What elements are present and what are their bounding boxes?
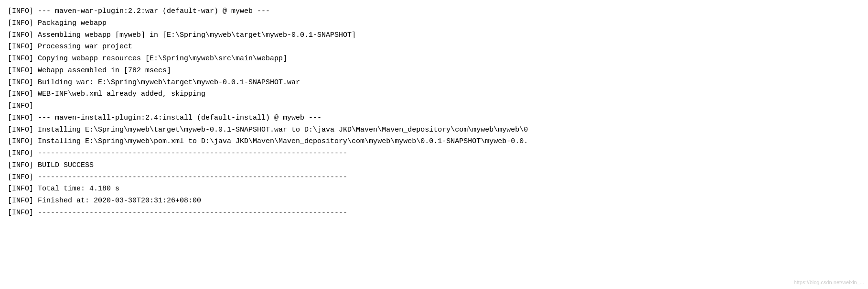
- console-line: [INFO] Processing war project: [8, 41, 860, 53]
- console-line: [INFO] ---------------------------------…: [8, 207, 860, 219]
- console-line: [INFO] ---------------------------------…: [8, 172, 860, 184]
- console-output: [INFO] --- maven-war-plugin:2.2:war (def…: [0, 0, 868, 289]
- console-line: [INFO] Total time: 4.180 s: [8, 183, 860, 195]
- console-line: [INFO] Finished at: 2020-03-30T20:31:26+…: [8, 195, 860, 207]
- console-line: [INFO]: [8, 100, 860, 112]
- console-line: [INFO] Installing E:\Spring\myweb\target…: [8, 124, 860, 136]
- console-line: [INFO] Copying webapp resources [E:\Spri…: [8, 53, 860, 65]
- watermark: https://blog.csdn.net/weixin_...: [794, 278, 864, 287]
- console-line: [INFO] Installing E:\Spring\myweb\pom.xm…: [8, 136, 860, 148]
- console-line: [INFO] Building war: E:\Spring\myweb\tar…: [8, 77, 860, 89]
- console-line: [INFO] Packaging webapp: [8, 18, 860, 30]
- console-line: [INFO] --- maven-install-plugin:2.4:inst…: [8, 112, 860, 124]
- console-line: [INFO] Webapp assembled in [782 msecs]: [8, 65, 860, 77]
- console-line: [INFO] Assembling webapp [myweb] in [E:\…: [8, 30, 860, 42]
- console-line: [INFO] ---------------------------------…: [8, 148, 860, 160]
- console-line: [INFO] BUILD SUCCESS: [8, 160, 860, 172]
- console-line: [INFO] --- maven-war-plugin:2.2:war (def…: [8, 6, 860, 18]
- console-line: [INFO] WEB-INF\web.xml already added, sk…: [8, 89, 860, 100]
